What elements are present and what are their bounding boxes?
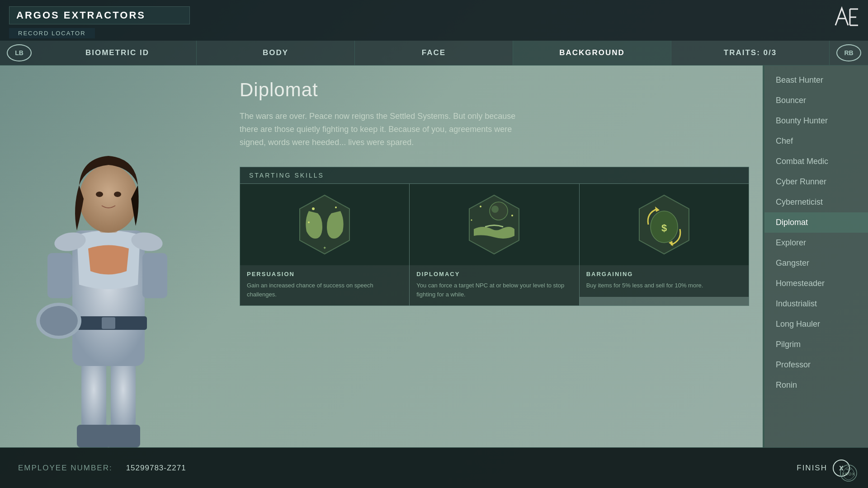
skill-name-diplomacy: DIPLOMACY — [416, 271, 572, 277]
xbox-logo: XBOX — [839, 464, 859, 483]
svg-point-21 — [312, 207, 315, 210]
title-bar-wrapper: ARGOS EXTRACTORS — [0, 3, 868, 28]
app-title: ARGOS EXTRACTORS — [16, 9, 146, 21]
info-panel: Diplomat The wars are over. Peace now re… — [226, 66, 763, 447]
svg-rect-4 — [77, 425, 111, 447]
nav-tabs: LB BIOMETRIC ID BODY FACE BACKGROUND TRA… — [0, 41, 868, 66]
svg-point-23 — [308, 221, 310, 223]
skill-card-diplomacy: DIPLOMACY You can force a target NPC at … — [410, 184, 579, 305]
skills-header: STARTING SKILLS — [240, 167, 749, 184]
sidebar-item-cyber-runner[interactable]: Cyber Runner — [764, 172, 868, 192]
svg-text:XBOX: XBOX — [842, 472, 855, 476]
sidebar-item-industrialist[interactable]: Industrialist — [764, 294, 868, 314]
skill-name-bargaining: BARGAINING — [586, 271, 742, 277]
svg-rect-5 — [106, 425, 140, 447]
svg-point-28 — [491, 206, 499, 213]
svg-point-29 — [480, 206, 481, 207]
svg-point-31 — [471, 220, 472, 221]
sidebar-item-bouncer[interactable]: Bouncer — [764, 90, 868, 111]
tab-background[interactable]: BACKGROUND — [513, 41, 671, 66]
skills-section: STARTING SKILLS — [240, 167, 749, 306]
svg-rect-10 — [142, 253, 167, 298]
sidebar-item-gangster[interactable]: Gangster — [764, 253, 868, 273]
svg-point-12 — [40, 306, 78, 336]
main-content: Diplomat The wars are over. Peace now re… — [0, 66, 868, 447]
background-title: Diplomat — [240, 79, 749, 101]
skill-info-persuasion: PERSUASION Gain an increased chance of s… — [240, 265, 409, 305]
sidebar-item-chef[interactable]: Chef — [764, 131, 868, 151]
sidebar-item-pilgrim[interactable]: Pilgrim — [764, 334, 868, 355]
skill-icon-bargaining: $ — [580, 184, 749, 265]
svg-point-22 — [335, 206, 337, 208]
skill-icon-diplomacy — [410, 184, 579, 265]
skill-icon-persuasion: ✦ — [240, 184, 409, 265]
sidebar-item-professor[interactable]: Professor — [764, 355, 868, 375]
title-container: ARGOS EXTRACTORS — [9, 6, 190, 24]
sidebar-item-homesteader[interactable]: Homesteader — [764, 273, 868, 294]
background-description: The wars are over. Peace now reigns the … — [240, 110, 533, 149]
character-panel — [0, 66, 226, 447]
svg-text:$: $ — [661, 222, 667, 234]
tab-face[interactable]: FACE — [355, 41, 513, 66]
lb-button[interactable]: LB — [7, 44, 32, 61]
sidebar-item-cyberneticist[interactable]: Cyberneticist — [764, 192, 868, 212]
skill-info-bargaining: BARGAINING Buy items for 5% less and sel… — [580, 265, 749, 297]
background-list: Beast Hunter Bouncer Bounty Hunter Chef … — [764, 66, 868, 447]
svg-point-16 — [114, 192, 121, 197]
skill-card-persuasion: ✦ PERSUASION Gain an increased chance of… — [240, 184, 410, 305]
employee-label: EMPLOYEE NUMBER: — [18, 464, 113, 473]
record-locator: RECORD LOCATOR — [9, 28, 95, 38]
skill-info-diplomacy: DIPLOMACY You can force a target NPC at … — [410, 265, 579, 305]
top-bar: ARGOS EXTRACTORS RECORD LOCATOR — [0, 0, 868, 41]
sidebar-item-diplomat[interactable]: Diplomat — [764, 212, 868, 233]
svg-text:✦: ✦ — [323, 245, 326, 250]
svg-point-30 — [511, 215, 513, 216]
employee-number: 15299783-Z271 — [126, 464, 186, 473]
sidebar-item-combat-medic[interactable]: Combat Medic — [764, 151, 868, 172]
rb-button[interactable]: RB — [836, 44, 861, 61]
finish-label: FINISH — [797, 464, 827, 473]
tab-body[interactable]: BODY — [197, 41, 355, 66]
character-figure — [14, 95, 203, 447]
bottom-bar: EMPLOYEE NUMBER: 15299783-Z271 FINISH X … — [0, 447, 868, 488]
tab-traits[interactable]: TRAITS: 0/3 — [671, 41, 830, 66]
skills-grid: ✦ PERSUASION Gain an increased chance of… — [240, 184, 749, 305]
svg-point-14 — [79, 165, 138, 233]
svg-rect-9 — [47, 253, 72, 298]
sidebar-item-beast-hunter[interactable]: Beast Hunter — [764, 70, 868, 90]
ae-logo — [832, 4, 861, 30]
svg-point-15 — [96, 192, 103, 197]
skill-desc-diplomacy: You can force a target NPC at or below y… — [416, 281, 572, 299]
sidebar-item-bounty-hunter[interactable]: Bounty Hunter — [764, 111, 868, 131]
skill-desc-persuasion: Gain an increased chance of success on s… — [247, 281, 402, 299]
skill-desc-bargaining: Buy items for 5% less and sell for 10% m… — [586, 281, 742, 290]
sidebar-item-explorer[interactable]: Explorer — [764, 233, 868, 253]
sidebar-item-long-hauler[interactable]: Long Hauler — [764, 314, 868, 334]
skill-card-bargaining: $ BARGAINING Buy items for 5% less and s… — [580, 184, 749, 305]
svg-rect-8 — [102, 317, 115, 329]
skill-name-persuasion: PERSUASION — [247, 271, 402, 277]
sidebar-item-ronin[interactable]: Ronin — [764, 375, 868, 395]
tab-biometric-id[interactable]: BIOMETRIC ID — [38, 41, 197, 66]
